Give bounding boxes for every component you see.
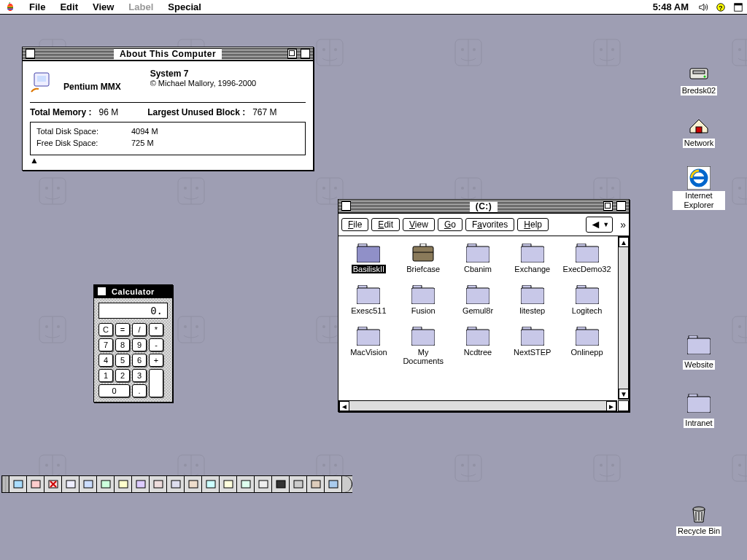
calc-key-5[interactable]: 5 <box>115 354 130 367</box>
desktop-icon-network[interactable]: Network <box>673 114 725 148</box>
close-icon[interactable] <box>97 287 107 296</box>
desktop-icon-ie[interactable]: Internet Explorer <box>673 166 725 210</box>
windowshade-icon[interactable] <box>616 201 626 211</box>
finder-menu-go[interactable]: Go <box>438 218 462 231</box>
dock-button-10[interactable] <box>185 476 202 492</box>
calc-key-=[interactable]: = <box>115 323 130 336</box>
folder-item[interactable]: Briefcase <box>398 244 449 273</box>
calc-key-1[interactable]: 1 <box>98 369 113 382</box>
dock-button-13[interactable] <box>237 476 255 492</box>
help-icon[interactable]: ? <box>714 1 727 14</box>
dock-button-5[interactable] <box>97 476 115 492</box>
dock-button-15[interactable] <box>272 476 290 492</box>
folder-item[interactable]: Exchange <box>506 244 558 273</box>
scroll-left-icon[interactable]: ◄ <box>339 401 349 411</box>
scroll-right-icon[interactable]: ► <box>606 401 616 411</box>
calc-key-+[interactable]: + <box>149 354 163 367</box>
vertical-scrollbar[interactable]: ▲ ▼ <box>618 236 629 400</box>
scroll-up-icon[interactable]: ▲ <box>619 237 629 247</box>
finder-menu-view[interactable]: View <box>403 218 435 231</box>
svg-rect-136 <box>576 288 599 304</box>
about-titlebar[interactable]: About This Computer <box>23 47 313 61</box>
folder-item[interactable]: Fusion <box>398 285 449 315</box>
finder-menu-file[interactable]: File <box>341 218 368 231</box>
resize-handle-icon[interactable] <box>618 400 629 411</box>
dock-button-9[interactable] <box>167 476 185 492</box>
dock-grip-icon[interactable] <box>2 476 9 492</box>
dock-button-18[interactable] <box>325 476 342 492</box>
menubar-clock[interactable]: 5:48 AM <box>647 1 694 12</box>
folder-item[interactable]: ExecDemo32 <box>561 244 613 273</box>
folder-item[interactable]: My Documents <box>398 327 449 365</box>
calc-key-9[interactable]: 9 <box>132 338 147 351</box>
dock-button-14[interactable] <box>255 476 272 492</box>
calc-key-enter[interactable] <box>149 369 163 397</box>
dock-button-6[interactable] <box>115 476 132 492</box>
computer-icon <box>30 69 56 95</box>
calc-key-.[interactable]: . <box>132 384 147 397</box>
nav-back-button[interactable]: ◄ ▼ <box>586 217 613 233</box>
scroll-down-icon[interactable]: ▼ <box>619 389 629 399</box>
sound-icon[interactable] <box>697 1 710 14</box>
folder-item[interactable]: Gemul8r <box>452 285 504 315</box>
folder-item[interactable]: BasiliskII <box>343 244 395 273</box>
calculator-titlebar[interactable]: Calculator <box>94 285 172 298</box>
dock-button-7[interactable] <box>132 476 150 492</box>
finder-menu-edit[interactable]: Edit <box>371 218 400 231</box>
apple-menu-icon[interactable] <box>4 1 16 13</box>
mem-label: Total Memory : <box>30 107 91 117</box>
calc-key-6[interactable]: 6 <box>132 354 147 367</box>
menu-special[interactable]: Special <box>160 1 209 12</box>
calc-key-/[interactable]: / <box>132 323 147 336</box>
close-icon[interactable] <box>26 49 35 58</box>
dock-button-0[interactable] <box>9 476 27 492</box>
horizontal-scrollbar[interactable]: ◄ ► <box>338 400 617 411</box>
folder-item[interactable]: litestep <box>506 285 558 315</box>
zoom-icon[interactable] <box>603 201 613 211</box>
calc-key-*[interactable]: * <box>149 323 163 336</box>
menu-file[interactable]: File <box>22 1 53 12</box>
folder-item[interactable]: Cbanim <box>452 244 504 273</box>
folder-item[interactable]: Exesc511 <box>343 285 395 315</box>
svg-point-94 <box>738 464 741 467</box>
desktop-icon-website[interactable]: Website <box>673 335 725 370</box>
calc-key-7[interactable]: 7 <box>98 338 113 351</box>
menu-view[interactable]: View <box>85 1 121 12</box>
folder-item[interactable]: NextSTEP <box>506 327 558 365</box>
calc-key--[interactable]: - <box>149 338 163 351</box>
desktop-icon-recycle[interactable]: Recycle Bin <box>673 502 725 536</box>
close-icon[interactable] <box>341 201 351 211</box>
dock-button-12[interactable] <box>220 476 237 492</box>
calc-key-2[interactable]: 2 <box>115 369 130 382</box>
folder-item[interactable]: Ncdtree <box>452 327 504 365</box>
folder-icon <box>411 327 435 346</box>
app-switcher-icon[interactable] <box>732 1 745 14</box>
dock-button-1[interactable] <box>27 476 44 492</box>
calc-key-0[interactable]: 0 <box>98 384 130 397</box>
drive-c-titlebar[interactable]: (C:) <box>338 200 629 214</box>
dock-button-11[interactable] <box>202 476 220 492</box>
folder-label: ExecDemo32 <box>563 265 611 273</box>
zoom-icon[interactable] <box>287 49 297 58</box>
folder-item[interactable]: Logitech <box>561 285 613 315</box>
scroll-up-icon[interactable]: ▲ <box>30 155 306 166</box>
calc-key-3[interactable]: 3 <box>132 369 147 382</box>
calc-key-C[interactable]: C <box>98 323 113 336</box>
dock-button-16[interactable] <box>290 476 307 492</box>
finder-menu-help[interactable]: Help <box>517 218 549 231</box>
finder-menu-favorites[interactable]: Favorites <box>465 218 514 231</box>
overflow-chevron-icon[interactable]: » <box>620 219 626 230</box>
dock-button-3[interactable] <box>62 476 80 492</box>
windowshade-icon[interactable] <box>301 49 310 58</box>
calc-key-8[interactable]: 8 <box>115 338 130 351</box>
menu-edit[interactable]: Edit <box>53 1 85 12</box>
desktop-icon-bredsk02[interactable]: Bredsk02 <box>673 61 725 96</box>
dock-button-2[interactable] <box>44 476 62 492</box>
calc-key-4[interactable]: 4 <box>98 354 113 367</box>
dock-button-8[interactable] <box>150 476 167 492</box>
folder-item[interactable]: MacVision <box>343 327 395 365</box>
dock-button-17[interactable] <box>307 476 325 492</box>
folder-item[interactable]: Onlinepp <box>561 327 613 365</box>
dock-button-4[interactable] <box>80 476 97 492</box>
desktop-icon-intranet[interactable]: Intranet <box>673 394 725 428</box>
